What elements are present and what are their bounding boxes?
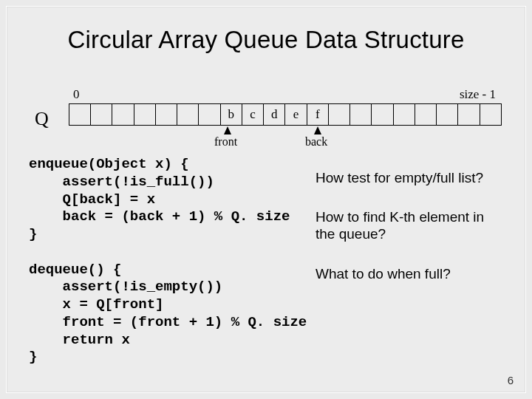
cell (91, 104, 112, 126)
front-pointer-label: front (214, 135, 237, 149)
index-size-label: size - 1 (460, 87, 496, 102)
back-arrow-icon (314, 126, 321, 134)
queue-diagram: Q 0 size - 1 b c d e f (35, 92, 502, 157)
code-block: enqueue(Object x) { assert(!is_full()) Q… (29, 156, 332, 366)
cell (177, 104, 199, 126)
page-number: 6 (508, 374, 514, 386)
enqueue-code: enqueue(Object x) { assert(!is_full()) Q… (29, 156, 290, 242)
slide-title: Circular Array Queue Data Structure (7, 26, 525, 54)
cell (329, 104, 350, 126)
queue-name-label: Q (35, 108, 49, 130)
cell (112, 104, 134, 126)
cell (415, 104, 436, 126)
question-empty-full: How test for empty/full list? (316, 169, 505, 186)
question-kth-element: How to find K-th element in the queue? (316, 208, 505, 242)
question-when-full: What to do when full? (316, 265, 505, 282)
question-list: How test for empty/full list? How to fin… (316, 169, 505, 304)
back-pointer-label: back (305, 135, 327, 149)
cell (480, 104, 501, 126)
cell (372, 104, 393, 126)
cell (134, 104, 155, 126)
cell (393, 104, 415, 126)
cell (458, 104, 480, 126)
slide: Circular Array Queue Data Structure Q 0 … (6, 6, 526, 393)
cell (437, 104, 458, 126)
cell (350, 104, 372, 126)
cell: b (220, 104, 242, 126)
front-arrow-icon (224, 126, 231, 134)
cell (69, 104, 91, 126)
index-zero-label: 0 (73, 87, 80, 102)
cell (155, 104, 177, 126)
cell: c (242, 104, 263, 126)
cell: e (285, 104, 307, 126)
cell (199, 104, 220, 126)
dequeue-code: dequeue() { assert(!is_empty()) x = Q[fr… (29, 262, 307, 366)
queue-array: b c d e f (69, 103, 502, 126)
cell: f (307, 104, 328, 126)
cell: d (264, 104, 285, 126)
